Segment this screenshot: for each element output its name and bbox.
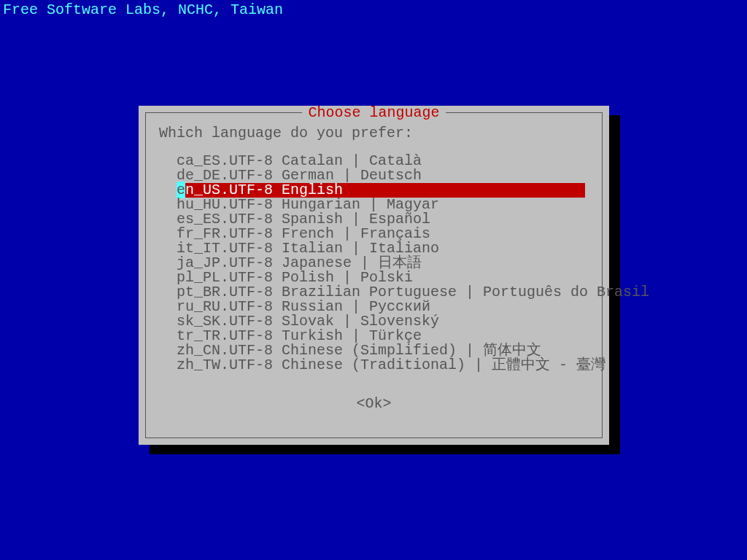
language-item[interactable]: ja_JP.UTF-8 Japanese | 日本語 (159, 256, 589, 271)
ok-button[interactable]: <Ok> (356, 395, 391, 412)
language-item[interactable]: pl_PL.UTF-8 Polish | Polski (159, 271, 589, 285)
language-item[interactable]: hu_HU.UTF-8 Hungarian | Magyar (159, 198, 589, 212)
language-dialog: Choose language Which language do you pr… (139, 106, 609, 445)
language-item[interactable]: en_US.UTF-8 English (159, 183, 589, 198)
language-item[interactable]: sk_SK.UTF-8 Slovak | Slovenský (159, 314, 589, 329)
language-item[interactable]: de_DE.UTF-8 German | Deutsch (159, 168, 589, 183)
language-item[interactable]: zh_CN.UTF-8 Chinese (Simplified) | 简体中文 (159, 343, 589, 358)
language-item[interactable]: ru_RU.UTF-8 Russian | Русский (159, 300, 589, 314)
language-item[interactable]: ca_ES.UTF-8 Catalan | Català (159, 154, 589, 168)
dialog-border: Choose language Which language do you pr… (145, 112, 603, 438)
language-item[interactable]: it_IT.UTF-8 Italian | Italiano (159, 241, 589, 256)
language-item-label: zh_TW.UTF-8 Chinese (Traditional) | 正體中文… (177, 357, 605, 373)
language-item-label: en_US.UTF-8 English (177, 183, 585, 198)
dialog-title: Choose language (302, 106, 445, 120)
dialog-body: Which language do you prefer: ca_ES.UTF-… (159, 126, 589, 424)
language-item[interactable]: es_ES.UTF-8 Spanish | Español (159, 212, 589, 227)
language-item[interactable]: pt_BR.UTF-8 Brazilian Portuguese | Portu… (159, 285, 589, 300)
dialog-prompt: Which language do you prefer: (159, 126, 589, 141)
language-item[interactable]: zh_TW.UTF-8 Chinese (Traditional) | 正體中文… (159, 358, 589, 373)
language-list[interactable]: ca_ES.UTF-8 Catalan | Catalàde_DE.UTF-8 … (159, 154, 589, 373)
header-text: Free Software Labs, NCHC, Taiwan (3, 3, 283, 18)
language-item[interactable]: tr_TR.UTF-8 Turkish | Türkçe (159, 329, 589, 343)
selected-text: n_US.UTF-8 English (185, 183, 585, 198)
language-item[interactable]: fr_FR.UTF-8 French | Français (159, 227, 589, 241)
